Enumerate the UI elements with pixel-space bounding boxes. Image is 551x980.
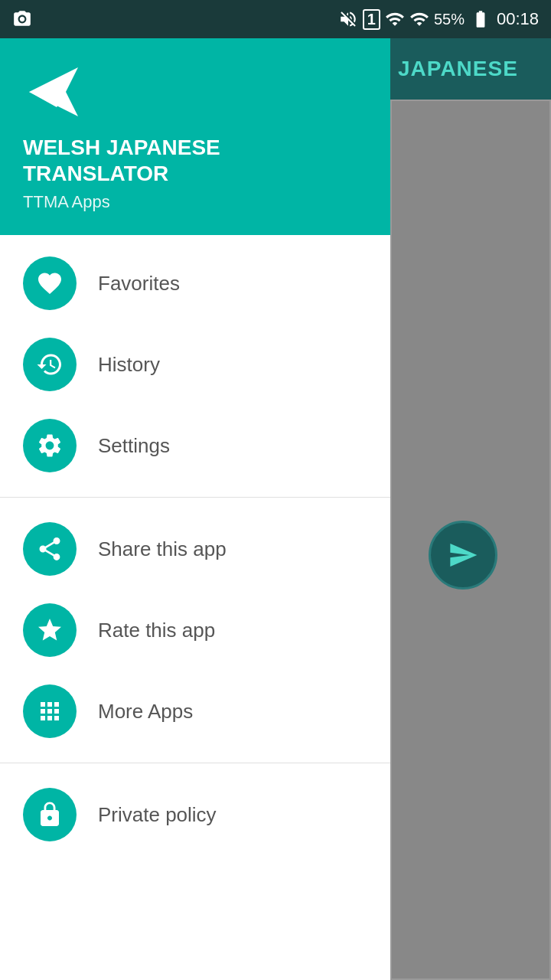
top-bar-title: JAPANESE	[398, 57, 518, 81]
privacy-icon-circle	[23, 788, 77, 841]
signal-icon-2	[409, 9, 429, 29]
settings-label: Settings	[98, 434, 170, 458]
battery-percent: 55%	[434, 11, 465, 28]
favorites-label: Favorites	[98, 272, 180, 296]
more-apps-icon-circle	[23, 684, 77, 738]
rate-label: Rate this app	[98, 619, 215, 642]
drawer-company-name: TTMA Apps	[23, 192, 367, 212]
battery-icon	[469, 9, 492, 29]
drawer-section-legal: Private policy	[0, 766, 390, 863]
grid-icon	[36, 697, 64, 725]
rate-icon-circle	[23, 603, 77, 657]
status-bar: 1 55% 00:18	[0, 0, 551, 38]
share-icon	[36, 535, 64, 563]
signal-icon-1	[385, 9, 405, 29]
mute-icon	[338, 9, 358, 29]
drawer-section-main: Favorites History Settings	[0, 235, 390, 494]
heart-icon	[36, 270, 64, 297]
screenshot-icon	[12, 9, 32, 29]
menu-item-share[interactable]: Share this app	[0, 508, 390, 590]
badge-icon: 1	[363, 9, 380, 30]
share-icon-circle	[23, 522, 77, 576]
status-left-icons	[12, 9, 32, 29]
drawer-app-name: WELSH JAPANESETRANSLATOR	[23, 135, 367, 186]
menu-item-favorites[interactable]: Favorites	[0, 243, 390, 324]
privacy-label: Private policy	[98, 803, 217, 827]
status-right-icons: 1 55% 00:18	[338, 9, 539, 30]
app-logo	[23, 61, 84, 122]
history-label: History	[98, 353, 160, 377]
drawer-menu: Favorites History Settings	[0, 235, 390, 980]
history-icon-circle	[23, 338, 77, 391]
menu-item-history[interactable]: History	[0, 324, 390, 405]
lock-icon	[36, 801, 64, 828]
translate-fab-button[interactable]	[429, 521, 497, 590]
share-label: Share this app	[98, 537, 227, 561]
navigation-drawer: WELSH JAPANESETRANSLATOR TTMA Apps Favor…	[0, 38, 390, 980]
clock-icon	[36, 351, 64, 378]
menu-item-more-apps[interactable]: More Apps	[0, 671, 390, 752]
drawer-divider-1	[0, 497, 390, 498]
drawer-divider-2	[0, 763, 390, 763]
menu-item-settings[interactable]: Settings	[0, 405, 390, 486]
gear-icon	[36, 432, 64, 459]
status-time: 00:18	[497, 9, 539, 29]
favorites-icon-circle	[23, 256, 77, 310]
drawer-section-secondary: Share this app Rate this app More Ap	[0, 501, 390, 760]
drawer-header: WELSH JAPANESETRANSLATOR TTMA Apps	[0, 38, 390, 235]
menu-item-rate[interactable]: Rate this app	[0, 590, 390, 671]
more-apps-label: More Apps	[98, 700, 193, 724]
menu-item-privacy[interactable]: Private policy	[0, 774, 390, 855]
settings-icon-circle	[23, 419, 77, 472]
send-icon	[448, 540, 478, 570]
star-icon	[36, 616, 64, 644]
